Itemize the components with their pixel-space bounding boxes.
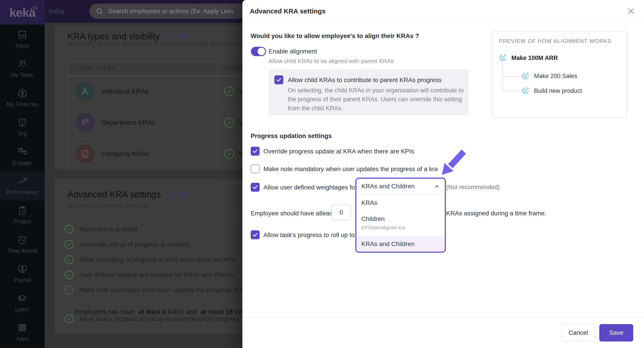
preview-heading: PREVIEW OF HOW ALIGNMENT WORKS [499,38,611,44]
status-item: Allow overriding of progress at KRA when… [64,255,236,264]
status-item: Automatic roll up of progress is enabled [64,240,190,249]
task-rollup-checkbox[interactable] [251,230,260,239]
preview-root-node: Make 100M ARR [498,54,558,62]
check-circle-icon [64,314,74,324]
project-icon [17,205,28,216]
performance-icon [17,176,28,186]
cancel-button[interactable]: Cancel [561,324,595,342]
sidebar-item-learn[interactable]: Learn [0,288,45,318]
sidebar-item-my-team[interactable]: My Team [0,54,45,83]
pencil-icon [169,191,176,198]
weightages-dropdown: KRAs and Children KRAs Children KPI/task… [355,178,446,253]
modal-title: Advanced KRA settings [250,0,326,22]
sidebar-item-project[interactable]: Project [0,200,45,230]
finances-icon [17,88,28,98]
tree-connector [502,91,522,91]
preview-child-node: Make 200 Sales [521,72,577,80]
enable-alignment-subtext: Allow child KRAs to be aligned with pare… [268,58,394,65]
contribute-label: Allow child KRAs to contribute to parent… [288,76,442,84]
status-item: Alignment is enabled [64,225,138,234]
keka-logo[interactable]: keka [0,0,45,24]
dropdown-option-children-subtext: KPI/task/aligned kra [361,225,440,230]
check-circle-icon [64,255,74,264]
global-search[interactable] [90,4,246,19]
apps-icon [17,322,28,333]
status-item: Allow task's progress to roll up to pare… [64,314,239,324]
check-circle-icon [224,149,234,159]
save-button[interactable]: Save [599,324,633,342]
advanced-kra-settings-modal: Advanced KRA settings Would you like to … [242,0,644,348]
modal-footer: Cancel Save [242,317,644,348]
mandatory-note-checkbox[interactable] [251,164,260,173]
status-item: Make note mandatory when user updates th… [64,286,254,294]
enable-alignment-label: Enable alignment [268,48,317,55]
close-icon[interactable] [626,6,636,16]
sidebar-item-payroll[interactable]: Payroll [0,259,45,288]
chevron-up-icon [434,183,440,190]
alignment-question: Would you like to allow employee's to al… [251,32,419,40]
not-recommended-text: (Not recommended) [446,184,500,191]
department-icon [75,113,94,132]
time-attend-icon [17,234,28,245]
search-icon [96,8,103,15]
contribute-setting-box: Allow child KRAs to contribute to parent… [268,69,469,116]
check-circle-icon [64,270,74,279]
dropdown-option-kras-and-children[interactable]: KRAs and Children [356,236,445,252]
payroll-icon [17,264,28,274]
check-circle-icon [224,86,234,96]
status-item: User defined weights are enabled for KRA… [64,270,235,279]
min-kras-input[interactable] [332,205,351,220]
target-icon [521,72,530,80]
weightages-dropdown-control[interactable]: KRAs and Children [356,179,445,194]
sidebar-item-org[interactable]: Org [0,112,45,142]
user-weightages-checkbox[interactable] [251,183,260,192]
sidebar-item-my-finances[interactable]: My Finances [0,83,45,112]
preview-child-node: Build new product [521,86,582,95]
tree-connector [502,76,522,76]
check-circle-icon [64,240,74,249]
advanced-kra-subtitle: Min-max, Alignment, Weights [67,202,148,209]
org-icon [17,118,28,128]
sidebar-item-apps[interactable]: Apps [0,318,45,347]
pointer-arrow-icon [438,148,468,178]
user-weightages-label: Allow user defined weightages for [264,184,357,191]
override-progress-label: Override progress update at KRA when the… [264,148,414,155]
enable-alignment-toggle[interactable] [251,47,266,56]
modal-header: Advanced KRA settings [242,0,644,23]
target-icon [521,86,530,95]
company-icon [75,144,94,164]
tree-connector [502,63,503,91]
learn-icon [17,293,28,304]
advanced-kra-edit-button[interactable]: Edit [169,191,190,198]
employee-limit-prefix: Employee should have atleast [251,210,334,217]
toggle-knob [258,48,265,55]
check-circle-icon [224,118,234,128]
employee-limit-suffix: KRAs assigned during a time frame. [446,210,546,217]
kra-types-edit-button[interactable]: Edit [168,33,188,40]
alignment-preview-panel: PREVIEW OF HOW ALIGNMENT WORKS Make 100M… [492,31,627,118]
dropdown-selected-value: KRAs and Children [361,183,434,190]
contribute-checkbox[interactable] [274,75,283,84]
target-icon [498,54,507,62]
inbox-icon [17,30,28,40]
col-kra-types: KRA TYPES [81,65,116,72]
sidebar-item-time-attend[interactable]: Time Attend [0,230,45,259]
person-icon [75,82,94,101]
dropdown-option-children[interactable]: Children KPI/task/aligned kra [356,210,445,234]
search-input[interactable] [108,8,234,15]
pencil-icon [168,33,175,40]
advanced-kra-title: Advanced KRA settings Edit [67,190,190,200]
override-progress-checkbox[interactable] [251,147,260,156]
sidebar-item-performance[interactable]: Performance [0,171,45,200]
contribute-description: On selecting, the child KRAs in your org… [288,86,464,113]
logo-spark-icon [30,4,38,11]
dropdown-option-kras[interactable]: KRAs [356,194,445,210]
check-circle-icon [64,225,74,234]
check-circle-icon [64,286,74,294]
engage-icon [17,147,28,157]
mandatory-note-label: Make note mandatory when user updates th… [264,166,438,173]
sidebar: keka Inbox My Team My Finances Org Engag… [0,0,45,348]
sidebar-item-inbox[interactable]: Inbox [0,24,45,54]
topbar-app-label: Keka [49,0,64,22]
sidebar-item-engage[interactable]: Engage [0,142,45,171]
